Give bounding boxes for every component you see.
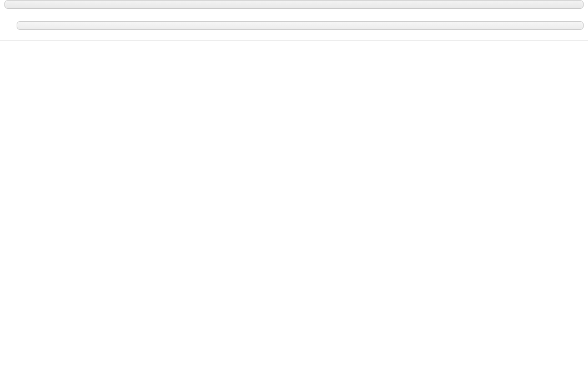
bottom-divider [0, 40, 588, 40]
version-header [4, 0, 584, 9]
binary-distributions-header [17, 21, 584, 30]
